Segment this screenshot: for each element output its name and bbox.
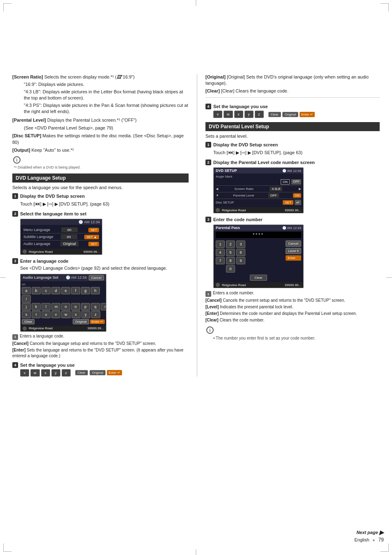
step3-desc: See <DVD Language Codes> (page 92) and s… (20, 265, 189, 271)
p-note1-text: Enters a code number. (213, 291, 254, 295)
step3-num: 3 (12, 258, 18, 264)
num-row3: 7 8 9 (216, 257, 284, 264)
key-bottom: Clear Original Enter ↵ (22, 319, 105, 324)
set-language-step: 4 Set the language you use v w x y z Cle… (12, 362, 189, 377)
clear-btn[interactable]: Clear (250, 275, 267, 281)
page-bullet: ● (373, 538, 375, 542)
screen-ratio-4-3-lb: "4:3 LB": Displays wide pictures in the … (24, 89, 189, 102)
step2-screen-body: Menu Language on SET Subtitle Language o… (21, 225, 102, 249)
side-btns: Cancel Level 5 Enter (286, 240, 301, 273)
clear-btn-row: Clear (214, 275, 303, 282)
p-disc-row: Disc SETUP SET ↵ (216, 200, 301, 205)
p-step2-title: Display the Parental Level code number s… (213, 160, 315, 165)
parental-level-desc: Displays the Parental Lock screen.*¹ ("O… (47, 118, 137, 123)
step1-label: 1 Display the DVD Setup screen (12, 193, 189, 199)
original-desc: [Original] Sets the DVD's original langu… (205, 74, 369, 86)
pass-display: **** (216, 232, 301, 238)
original-clear-info: [Original] [Original] Sets the DVD's ori… (205, 74, 380, 94)
step4-keys: v w x y z Clear Original Enter ↵ (20, 369, 189, 377)
right-column: [Original] [Original] Sets the DVD's ori… (197, 74, 384, 377)
screen-ratio-desc: Selects the screen display mode.*¹ (🖼"16… (44, 74, 135, 79)
next-page: Next page ▶ (355, 529, 384, 536)
info-icon-top: i (13, 156, 21, 164)
p-step1-label: 1 Display the DVD Setup screen (205, 142, 380, 148)
step4-title: Set the language you use (20, 363, 75, 368)
step3-screen-header: Audio Language Set 🕐 AM 12:34 Cancel (21, 274, 106, 281)
key-row2: j k l m n o p q r (22, 303, 105, 310)
step2-row-audio: Audio Language Original SET (23, 241, 100, 247)
p-step2-num: 2 (205, 160, 211, 165)
step1-desc: Touch [⏮] ▶ [⇨] ▶ [DVD SETUP]. (page 63) (20, 200, 189, 208)
step4-num: 4 (12, 362, 18, 368)
step3-screen-body: on a b c d e f g h i (21, 281, 106, 326)
step2-title: Select the language item to set (20, 211, 86, 216)
step2-row-menu: Menu Language on SET (23, 227, 100, 233)
screen-ratio-16-9: "16:9": Displays wide pictures. (24, 81, 189, 88)
step2-screen-time: 🕐 AM 12:34 (78, 220, 100, 224)
page-language: English (355, 537, 369, 542)
dvd-parental-section: DVD Parental Level Setup Sets a parental… (205, 122, 380, 341)
step3-footer: Ridgeview Road 99999.99... (21, 326, 106, 331)
p-step3-title: Enter the code number (213, 217, 263, 222)
p-screen-footer: Ridgeview Road 99999.99... (214, 207, 303, 213)
p-step1-desc: Touch [⏮] ▶ [⇨] ▶ [DVD SETUP]. (page 63) (213, 149, 380, 156)
screen-ratio-label: [Screen Ratio] (12, 74, 43, 79)
next-page-label: Next page (356, 530, 378, 535)
p-screen-body: Angle Mark ON OFF ◀ Screen Ratio 4:3LB ▶ (214, 173, 303, 207)
key-row1: a b c d e f g h i (22, 287, 105, 303)
p-step3-label: 3 Enter the code number (205, 217, 380, 222)
p-step3-screen: Parental Pass 🕐 AM 12:34 **** 1 2 3 (213, 224, 304, 288)
step4r-title: Set the language you use (213, 104, 268, 109)
parental-level-label: [Parental Level] (12, 118, 46, 123)
screen-ratio-4-3-ps: "4:3 PS": Displays wide pictures in the … (24, 102, 189, 115)
parental-note: • The number you enter first is set as y… (213, 335, 380, 341)
enter-btn[interactable]: Enter (286, 255, 301, 261)
p-keypad-area: 1 2 3 4 5 6 7 8 (214, 239, 303, 275)
step2-screen-header: 🕐 AM 12:34 (21, 219, 102, 225)
dvd-parental-title: DVD Parental Level Setup (205, 122, 380, 131)
step3-notes: 1 Enters a language code. [Cancel] Cance… (12, 334, 189, 359)
p-step3-num: 3 (205, 217, 211, 222)
step2-row-subtitle: Subtitle Language on SET ▲ (23, 234, 100, 240)
disc-setup-label: [Disc SETUP] (12, 133, 41, 138)
divider1 (23, 233, 100, 234)
key-row3: s t u v w x y z (22, 311, 105, 318)
p-step1-title: Display the DVD Setup screen (213, 142, 278, 147)
keypad-grid: 1 2 3 4 5 6 7 8 (216, 240, 284, 273)
step2-label: 2 Select the language item to set (12, 211, 189, 217)
disc-setup-item: [Disc SETUP] Makes the settings related … (12, 133, 189, 146)
level5-btn[interactable]: Level 5 (286, 248, 301, 254)
p-pass-footer: Ridgeview Road 99999.99... (214, 282, 303, 288)
num-row1: 1 2 3 (216, 240, 284, 248)
info-icon-parental: i (206, 326, 214, 334)
screen-ratio-item: [Screen Ratio] Selects the screen displa… (12, 74, 189, 80)
cancel-btn[interactable]: Cancel (286, 240, 301, 247)
p-step2-screen: DVD SETUP 🕐 AM 12:34 Angle Mark ON OFF ◀ (213, 167, 304, 213)
output-item: [Output] Keep "Auto" to use.*¹ (12, 147, 189, 153)
page-footer: English ● 79 (355, 537, 384, 543)
page-number: 79 (378, 537, 384, 543)
p-screen-header: DVD SETUP 🕐 AM 12:34 (214, 168, 303, 173)
divider2 (23, 240, 100, 240)
output-desc: Keep "Auto" to use.*¹ (31, 148, 74, 153)
dvd-parental-intro: Sets a parental level. (205, 134, 380, 139)
step4r-num: 4 (205, 104, 211, 109)
parental-level-item: [Parental Level] Displays the Parental L… (12, 117, 189, 123)
page-num-area: Next page ▶ English ● 79 (355, 529, 384, 543)
step4-right: 4 Set the language you use v w x y z Cle… (205, 97, 380, 118)
asterisk-note: *¹ Disabled when a DVD is being played. (14, 165, 189, 169)
dvd-language-setup-section: DVD Language Setup Selects a language yo… (12, 173, 189, 359)
step3-label: 3 Enter a language code (12, 258, 189, 264)
dvd-language-setup-title: DVD Language Setup (12, 173, 189, 183)
num-row2: 4 5 6 (216, 249, 284, 256)
note1-text: Enters a language code. (20, 334, 64, 338)
left-column: [Screen Ratio] Selects the screen displa… (8, 74, 197, 377)
step2-screen: 🕐 AM 12:34 Menu Language on SET Subtitle… (20, 219, 102, 255)
step2-num: 2 (12, 211, 18, 217)
p-parental-row: ▼ Parental Level OFF ON (216, 193, 301, 198)
next-arrow: ▶ (379, 529, 384, 536)
parental-level-see: (See <DVD Parental Level Setup>, page 79… (24, 125, 189, 131)
p-step2-label: 2 Display the Parental Level code number… (205, 160, 380, 165)
num-row4: 0 (216, 265, 284, 273)
p-step3-notes: 1 Enters a code number. [Cancel] Cancels… (205, 291, 380, 323)
